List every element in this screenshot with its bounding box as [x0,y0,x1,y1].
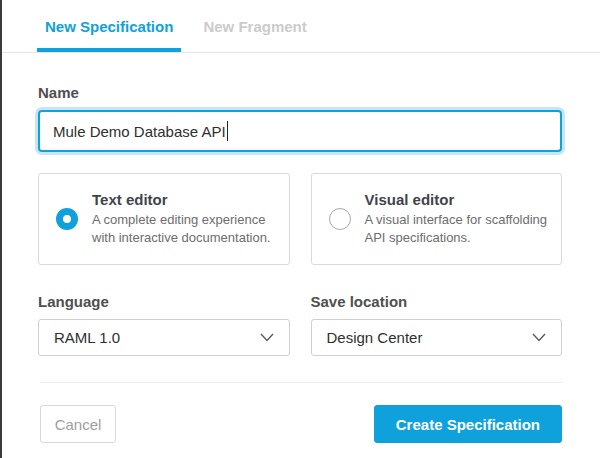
save-location-field: Save location Design Center [311,262,563,356]
tab-new-fragment[interactable]: New Fragment [195,0,314,52]
language-select[interactable]: RAML 1.0 [38,319,290,356]
save-location-label: Save location [311,293,563,310]
language-field: Language RAML 1.0 [38,262,290,356]
editor-options: Text editor A complete editing experienc… [38,173,562,265]
create-specification-button[interactable]: Create Specification [374,405,562,443]
text-editor-radio[interactable] [56,208,78,230]
tab-bar: New Specification New Fragment [0,0,600,53]
language-selected-value: RAML 1.0 [54,329,120,346]
selects-row: Language RAML 1.0 Save location Design C… [38,262,562,356]
name-input-value: Mule Demo Database API [53,123,226,140]
dialog-body: Name Mule Demo Database API Text editor … [0,84,600,356]
language-label: Language [38,293,290,310]
visual-editor-title: Visual editor [365,191,550,208]
dialog-footer: Cancel Create Specification [0,383,600,443]
visual-editor-text: Visual editor A visual interface for sca… [365,191,550,247]
tab-new-specification[interactable]: New Specification [37,0,181,52]
chevron-down-icon [260,333,274,342]
cancel-button[interactable]: Cancel [40,405,116,443]
text-editor-option[interactable]: Text editor A complete editing experienc… [38,173,290,265]
text-editor-title: Text editor [92,191,277,208]
name-label: Name [38,84,562,101]
text-editor-text: Text editor A complete editing experienc… [92,191,277,247]
visual-editor-option[interactable]: Visual editor A visual interface for sca… [311,173,563,265]
text-editor-description: A complete editing experience with inter… [92,211,277,247]
visual-editor-description: A visual interface for scaffolding API s… [365,211,550,247]
save-location-selected-value: Design Center [327,329,423,346]
save-location-select[interactable]: Design Center [311,319,563,356]
chevron-down-icon [532,333,546,342]
window-left-edge [0,0,2,458]
text-cursor-icon [227,121,228,141]
visual-editor-radio[interactable] [329,208,351,230]
name-input[interactable]: Mule Demo Database API [38,110,562,152]
